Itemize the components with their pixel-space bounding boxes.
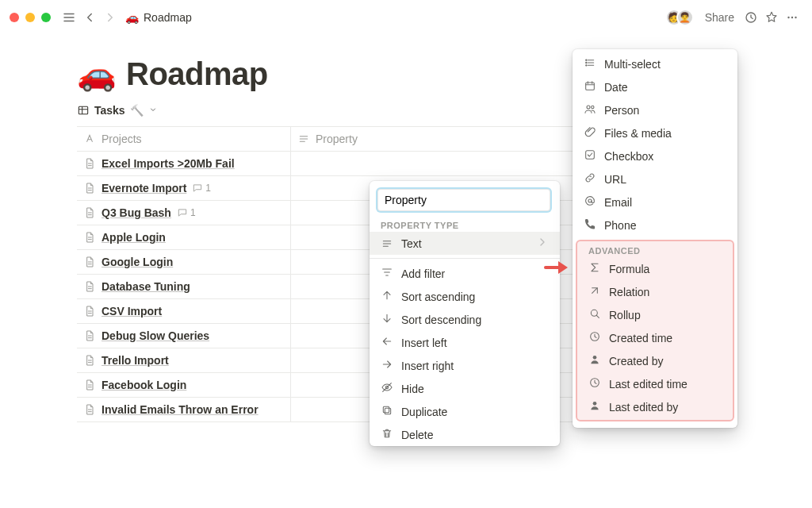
cell-projects[interactable]: Evernote Import1 (77, 176, 291, 200)
view-emoji: 🔨 (130, 104, 144, 117)
cell-projects[interactable]: Database Tuning (77, 275, 291, 298)
hamburger-icon (62, 10, 76, 25)
property-type-option[interactable]: Person (573, 98, 737, 121)
svg-point-18 (593, 356, 597, 360)
list-icon (584, 56, 596, 71)
property-type-option[interactable]: Email (573, 190, 737, 214)
view-switcher[interactable]: Tasks 🔨 (77, 104, 158, 117)
menu-item-label: Formula (609, 263, 649, 275)
person-icon (588, 353, 601, 368)
property-type-option[interactable]: URL (573, 167, 737, 190)
updates-button[interactable] (741, 7, 761, 28)
sidebar-toggle-button[interactable] (59, 7, 79, 28)
breadcrumb[interactable]: 🚗 Roadmap (121, 10, 197, 25)
link-icon (584, 171, 596, 187)
svg-point-15 (588, 199, 592, 202)
menu-item-label: Last edited by (609, 401, 678, 414)
menu-item-label: Hide (401, 383, 424, 395)
cell-projects[interactable]: Q3 Bug Bash1 (77, 201, 291, 225)
page-title[interactable]: Roadmap (126, 56, 268, 92)
svg-point-20 (593, 402, 597, 406)
property-name-input[interactable] (377, 189, 550, 211)
presence-avatars[interactable]: 🧑 🧑‍🦱 (672, 9, 694, 26)
window-close-button[interactable] (10, 13, 19, 22)
property-type-option[interactable]: Last edited time (577, 372, 733, 395)
breadcrumb-title: Roadmap (144, 11, 192, 24)
svg-rect-4 (79, 106, 87, 114)
property-type-option[interactable]: Relation (577, 280, 733, 303)
svg-point-10 (586, 65, 587, 66)
property-type-option[interactable]: Checkbox (573, 144, 737, 167)
row-title: Facebook Login (102, 379, 186, 391)
property-type-selected[interactable]: Text (370, 232, 560, 255)
arrow-right-icon (103, 10, 117, 25)
menu-item-label: Last edited time (609, 378, 688, 391)
paperclip-icon (584, 125, 596, 140)
column-menu-item[interactable]: Sort descending (370, 308, 560, 331)
column-menu-item[interactable]: Insert right (370, 354, 560, 377)
property-type-option[interactable]: Rollup (577, 303, 733, 326)
page-more-button[interactable] (782, 7, 802, 28)
property-type-option[interactable]: Date (573, 75, 737, 98)
window-minimize-button[interactable] (25, 13, 35, 22)
nav-back-button[interactable] (79, 7, 100, 28)
top-bar: 🚗 Roadmap 🧑 🧑‍🦱 Share (0, 0, 812, 35)
row-title: Trello Import (102, 354, 169, 367)
column-menu-item[interactable]: Sort ascending (370, 285, 560, 308)
cell-projects[interactable]: Google Login (77, 250, 291, 274)
row-title: Invalid Emails Throw an Error (102, 403, 259, 416)
page-icon (83, 206, 96, 219)
property-type-option[interactable]: Multi-select (573, 52, 737, 75)
column-menu-item[interactable]: Delete (370, 423, 560, 446)
window-maximize-button[interactable] (41, 13, 51, 22)
page-icon (83, 256, 96, 268)
menu-item-label: Insert left (401, 337, 447, 349)
menu-item-label: Email (604, 196, 632, 209)
page-icon (83, 157, 96, 170)
svg-point-9 (586, 62, 587, 63)
comment-number: 1 (190, 207, 196, 218)
column-header-label: Property (316, 133, 358, 145)
cell-projects[interactable]: CSV Import (77, 299, 291, 323)
page-icon[interactable]: 🚗 (77, 56, 117, 93)
menu-item-label: Person (604, 104, 639, 117)
row-title: Google Login (102, 256, 173, 268)
text-lines-icon (297, 133, 310, 145)
cell-projects[interactable]: Debug Slow Queries (77, 324, 291, 348)
cell-projects[interactable]: Invalid Emails Throw an Error (77, 398, 291, 421)
property-type-option[interactable]: Created time (577, 326, 733, 349)
menu-item-label: Created time (609, 332, 672, 344)
sigma-icon (588, 261, 601, 276)
svg-point-1 (787, 17, 789, 18)
column-menu-item[interactable]: Hide (370, 377, 560, 400)
column-header-projects[interactable]: Projects (77, 127, 291, 151)
comment-icon (192, 183, 203, 194)
column-menu-item[interactable]: Insert left (370, 331, 560, 354)
property-type-option[interactable]: Phone (573, 214, 737, 237)
share-button[interactable]: Share (699, 11, 741, 24)
chevron-right-icon (536, 236, 549, 251)
property-type-option[interactable]: Formula (577, 257, 733, 280)
comment-count[interactable]: 1 (177, 207, 196, 218)
property-type-option[interactable]: Created by (577, 349, 733, 372)
nav-forward-button[interactable] (100, 7, 121, 28)
cell-projects[interactable]: Trello Import (77, 348, 291, 372)
property-type-option[interactable]: Files & media (573, 121, 737, 144)
favorite-button[interactable] (761, 7, 782, 28)
column-menu-item[interactable]: Duplicate (370, 400, 560, 423)
column-menu-item[interactable]: Add filter (370, 262, 560, 285)
page-icon (83, 182, 96, 194)
text-icon (83, 133, 96, 145)
duplicate-icon (381, 404, 393, 419)
comment-count[interactable]: 1 (192, 183, 211, 194)
cell-projects[interactable]: Excel Imports >20Mb Fail (77, 152, 291, 175)
cell-projects[interactable]: Apple Login (77, 225, 291, 249)
svg-point-12 (587, 106, 590, 109)
cell-projects[interactable]: Facebook Login (77, 373, 291, 397)
star-icon (764, 10, 779, 25)
advanced-types-highlight: Advanced FormulaRelationRollupCreated ti… (576, 240, 734, 421)
filter-icon (381, 266, 393, 281)
menu-item-label: Sort ascending (401, 291, 475, 303)
property-type-option[interactable]: Last edited by (577, 395, 733, 418)
row-title: CSV Import (102, 305, 162, 318)
